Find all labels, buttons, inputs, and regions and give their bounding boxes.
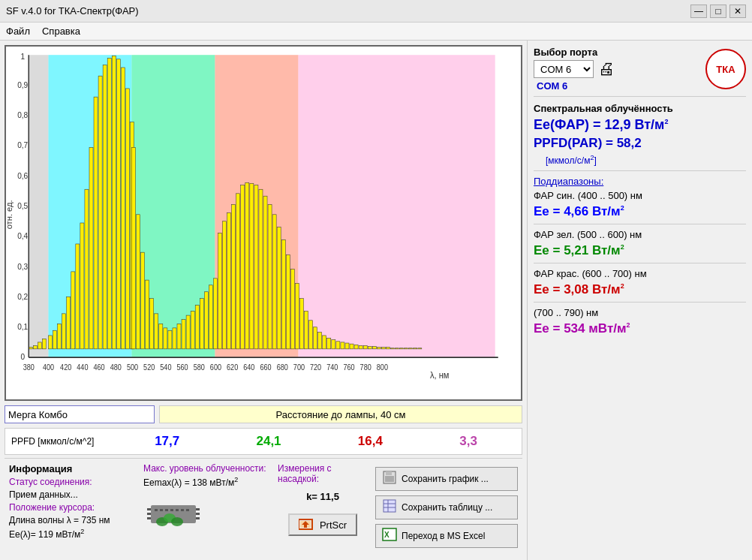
action-buttons: Сохранить график ... Сохранить таблицу .… — [375, 463, 518, 551]
excel-label: Переход в MS Excel — [402, 531, 485, 541]
range1-label: ФАР син. (400 .. 500) нм — [534, 190, 746, 201]
info-col-left: Информация Статус соединения: Прием данн… — [9, 463, 136, 551]
svg-rect-86 — [396, 348, 399, 349]
ppfd-red-value: 16,4 — [358, 434, 383, 449]
svg-rect-70 — [323, 336, 326, 349]
printer-icon: 🖨 — [598, 59, 615, 79]
range4-ee: Ee = 534 мВт/м2 — [534, 321, 746, 336]
svg-rect-41 — [191, 312, 194, 349]
svg-text:600: 600 — [210, 363, 221, 372]
svg-rect-63 — [290, 269, 294, 349]
ppfd-blue-value: 17,7 — [155, 434, 179, 449]
ppfd-par-value: PPFD(PAR) = 58,2 — [534, 136, 746, 151]
maximize-button[interactable]: □ — [710, 5, 726, 18]
window-controls: — □ ✕ — [690, 5, 746, 18]
svg-rect-148 — [147, 513, 151, 515]
max-title: Макс. уровень облученности: — [143, 463, 270, 474]
save-graph-button[interactable]: Сохранить график ... — [375, 467, 518, 491]
ee-far-value: Ee(ФАР) = 12,9 Вт/м2 — [534, 117, 746, 133]
info-title: Информация — [9, 463, 136, 474]
measurement-name-input[interactable] — [5, 405, 155, 423]
right-panel: Выбор порта COM 6 COM 1 COM 2 COM 3 COM … — [527, 41, 752, 560]
svg-rect-83 — [381, 348, 385, 349]
excel-button[interactable]: X Переход в MS Excel — [375, 524, 518, 548]
svg-rect-33 — [155, 314, 158, 349]
svg-rect-154 — [160, 509, 163, 511]
svg-rect-55 — [254, 185, 258, 349]
svg-rect-17 — [85, 189, 89, 349]
svg-text:0,6: 0,6 — [17, 170, 28, 180]
svg-rect-36 — [168, 330, 172, 349]
minimize-button[interactable]: — — [690, 5, 707, 18]
svg-rect-42 — [195, 306, 199, 349]
svg-rect-20 — [98, 76, 102, 349]
save-table-button[interactable]: Сохранить таблицу ... — [375, 495, 518, 519]
svg-rect-167 — [385, 476, 394, 482]
port-label: Выбор порта — [534, 47, 615, 58]
svg-rect-24 — [116, 59, 120, 349]
svg-rect-57 — [263, 196, 267, 349]
svg-text:400: 400 — [43, 363, 54, 372]
k-value: k= 11,5 — [306, 491, 339, 502]
svg-rect-26 — [125, 89, 129, 349]
svg-rect-61 — [281, 239, 285, 348]
chart-container: 0 0,1 0,2 0,3 0,4 0,5 0,6 0,7 0,8 0,9 1 … — [5, 45, 522, 401]
svg-rect-40 — [186, 315, 190, 349]
svg-rect-76 — [350, 344, 353, 349]
svg-rect-59 — [272, 215, 276, 349]
svg-rect-16 — [80, 223, 84, 349]
svg-text:680: 680 — [277, 363, 288, 372]
spec-title: Спектральная облучённость — [534, 103, 746, 114]
save-table-icon — [382, 498, 397, 516]
svg-rect-21 — [103, 65, 107, 349]
svg-text:540: 540 — [160, 363, 171, 372]
svg-rect-29 — [137, 215, 140, 349]
svg-rect-64 — [295, 284, 299, 349]
svg-text:0,5: 0,5 — [17, 200, 28, 210]
svg-rect-82 — [377, 348, 381, 349]
close-button[interactable]: ✕ — [729, 5, 746, 18]
svg-rect-30 — [141, 252, 145, 349]
svg-rect-73 — [336, 342, 340, 349]
subrange-title[interactable]: Поддиапазоны: — [534, 176, 746, 187]
max-formula: Eemax(λ) = 138 мВт/м2 — [143, 476, 270, 488]
svg-text:620: 620 — [227, 363, 238, 372]
svg-rect-81 — [372, 347, 376, 349]
svg-rect-47 — [218, 233, 221, 348]
menu-file[interactable]: Файл — [6, 26, 30, 37]
status-label: Статус соединения: — [9, 477, 136, 487]
divider-4 — [534, 263, 746, 263]
svg-rect-28 — [131, 147, 135, 349]
svg-rect-72 — [332, 340, 335, 349]
svg-text:460: 460 — [94, 363, 105, 372]
svg-text:780: 780 — [360, 363, 371, 372]
svg-rect-9 — [48, 336, 52, 349]
ppfd-values: 17,7 24,1 16,4 3,3 — [116, 434, 516, 449]
svg-rect-39 — [182, 320, 185, 349]
svg-rect-74 — [341, 342, 344, 349]
svg-text:560: 560 — [176, 363, 188, 372]
svg-rect-91 — [418, 348, 422, 349]
ppfd-pink-value: 3,3 — [459, 434, 477, 449]
svg-rect-85 — [390, 348, 394, 349]
port-select[interactable]: COM 6 COM 1 COM 2 COM 3 COM 4 COM 5 COM … — [534, 60, 594, 78]
svg-rect-54 — [250, 183, 254, 348]
menu-help[interactable]: Справка — [42, 26, 80, 37]
svg-rect-23 — [112, 56, 116, 349]
svg-rect-49 — [227, 213, 231, 349]
svg-rect-34 — [159, 324, 163, 349]
svg-rect-168 — [386, 471, 392, 475]
svg-rect-53 — [245, 182, 249, 349]
svg-rect-88 — [405, 348, 408, 349]
svg-text:720: 720 — [310, 363, 321, 372]
svg-rect-56 — [259, 189, 263, 349]
svg-text:0,9: 0,9 — [17, 80, 28, 89]
prtscr-button[interactable]: PrtScr — [288, 513, 357, 536]
svg-rect-6 — [33, 345, 37, 348]
svg-rect-151 — [196, 513, 200, 515]
main-content: 0 0,1 0,2 0,3 0,4 0,5 0,6 0,7 0,8 0,9 1 … — [0, 41, 752, 560]
divider-3 — [534, 224, 746, 224]
svg-rect-31 — [146, 280, 149, 349]
svg-rect-75 — [345, 343, 349, 349]
svg-rect-155 — [165, 509, 168, 511]
